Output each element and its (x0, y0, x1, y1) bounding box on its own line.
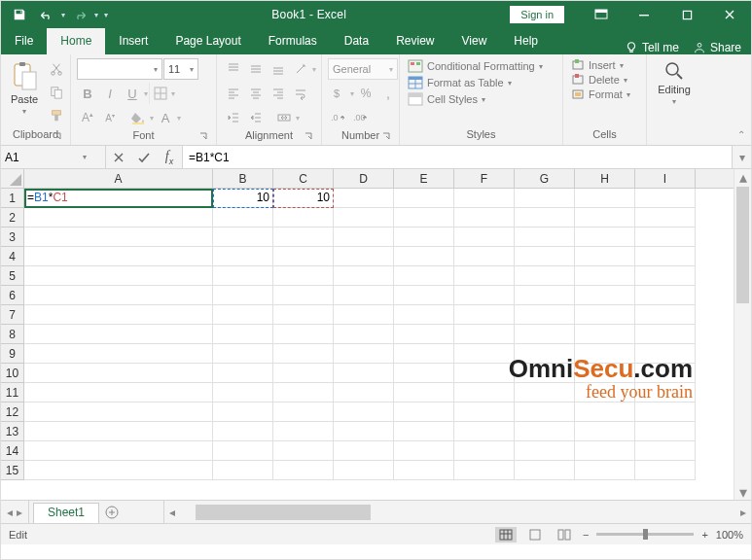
cell-E3[interactable] (394, 228, 454, 247)
font-color-icon[interactable]: A (155, 107, 176, 128)
undo-dropdown-icon[interactable]: ▾ (61, 11, 65, 19)
cell-D5[interactable] (334, 266, 394, 286)
fill-color-icon[interactable] (127, 107, 149, 128)
spreadsheet-grid[interactable]: ABCDEFGHI 123456789101112131415 =B1*C110… (1, 169, 751, 500)
cell-I15[interactable] (635, 461, 696, 480)
col-header-B[interactable]: B (213, 169, 273, 188)
tab-formulas[interactable]: Formulas (255, 28, 331, 54)
cell-C9[interactable] (273, 344, 334, 364)
tab-review[interactable]: Review (382, 28, 448, 54)
cell-D12[interactable] (334, 402, 394, 422)
cell-D15[interactable] (334, 461, 394, 480)
sheet-nav-prev-icon[interactable]: ◂ (7, 506, 13, 519)
cell-E10[interactable] (394, 364, 454, 383)
cell-E14[interactable] (394, 441, 454, 461)
cell-I13[interactable] (635, 422, 696, 441)
cell-F10[interactable] (454, 364, 515, 383)
sheet-tab-active[interactable]: Sheet1 (33, 503, 99, 523)
merge-center-icon[interactable] (273, 107, 295, 128)
cell-B11[interactable] (213, 383, 273, 402)
cell-H10[interactable] (575, 364, 635, 383)
cell-F11[interactable] (454, 383, 515, 402)
cell-H14[interactable] (575, 441, 635, 461)
close-button[interactable] (708, 1, 751, 28)
cell-C7[interactable] (273, 305, 334, 325)
cell-A8[interactable] (24, 325, 213, 344)
cell-C3[interactable] (273, 228, 334, 247)
clipboard-launcher-icon[interactable] (53, 131, 64, 143)
cell-F13[interactable] (454, 422, 515, 441)
cell-G10[interactable] (515, 364, 575, 383)
cell-I6[interactable] (635, 286, 696, 305)
row-header-10[interactable]: 10 (1, 364, 23, 383)
cell-F12[interactable] (454, 402, 515, 422)
cell-F3[interactable] (454, 228, 515, 247)
cell-A4[interactable] (24, 247, 213, 266)
cell-G15[interactable] (515, 461, 575, 480)
cell-H5[interactable] (575, 266, 635, 286)
format-cells-button[interactable]: Format▾ (569, 88, 632, 101)
cell-G6[interactable] (515, 286, 575, 305)
cell-B6[interactable] (213, 286, 273, 305)
vscroll-up-icon[interactable]: ▴ (734, 169, 751, 185)
cell-A1[interactable]: =B1*C1 (24, 189, 213, 208)
cell-I1[interactable] (635, 189, 696, 208)
hscroll-thumb[interactable] (196, 505, 371, 520)
cell-A9[interactable] (24, 344, 213, 364)
cell-G5[interactable] (515, 266, 575, 286)
formula-bar-input[interactable] (183, 146, 732, 168)
col-header-C[interactable]: C (273, 169, 334, 188)
cell-D3[interactable] (334, 228, 394, 247)
col-header-I[interactable]: I (635, 169, 696, 188)
cell-I5[interactable] (635, 266, 696, 286)
cell-H4[interactable] (575, 247, 635, 266)
cell-D4[interactable] (334, 247, 394, 266)
page-layout-view-icon[interactable] (524, 527, 546, 542)
cell-B15[interactable] (213, 461, 273, 480)
align-top-icon[interactable] (223, 58, 244, 80)
cell-I8[interactable] (635, 325, 696, 344)
cells-area[interactable]: =B1*C11010 (24, 189, 734, 500)
orientation-icon[interactable] (290, 58, 311, 80)
cell-F15[interactable] (454, 461, 515, 480)
cell-C1[interactable]: 10 (273, 189, 334, 208)
align-middle-icon[interactable] (245, 58, 267, 80)
select-all-corner[interactable] (1, 169, 24, 189)
cell-A3[interactable] (24, 228, 213, 247)
decrease-indent-icon[interactable] (223, 107, 244, 128)
zoom-slider[interactable] (596, 533, 694, 536)
underline-icon[interactable]: U (122, 83, 143, 104)
share-button[interactable]: Share (693, 41, 741, 54)
alignment-launcher-icon[interactable] (304, 131, 315, 143)
collapse-ribbon-icon[interactable]: ⌃ (737, 129, 745, 140)
font-size-select[interactable]: 11▾ (163, 58, 198, 80)
number-launcher-icon[interactable] (381, 131, 393, 143)
cell-H11[interactable] (575, 383, 635, 402)
cell-A14[interactable] (24, 441, 213, 461)
cell-I2[interactable] (635, 208, 696, 228)
cell-G3[interactable] (515, 228, 575, 247)
cell-E9[interactable] (394, 344, 454, 364)
bold-icon[interactable]: B (77, 83, 98, 104)
decrease-font-icon[interactable]: A▾ (99, 107, 121, 128)
cell-F9[interactable] (454, 344, 515, 364)
cell-C11[interactable] (273, 383, 334, 402)
row-header-8[interactable]: 8 (1, 325, 23, 344)
cell-H8[interactable] (575, 325, 635, 344)
enter-formula-icon[interactable] (131, 146, 157, 169)
borders-icon[interactable] (149, 83, 170, 104)
cell-I12[interactable] (635, 402, 696, 422)
insert-function-icon[interactable]: fx (157, 146, 182, 169)
cell-E2[interactable] (394, 208, 454, 228)
copy-icon[interactable] (46, 82, 67, 103)
zoom-out-icon[interactable]: − (583, 529, 589, 541)
format-as-table-button[interactable]: Format as Table▾ (406, 75, 545, 90)
cell-G1[interactable] (515, 189, 575, 208)
row-header-4[interactable]: 4 (1, 247, 23, 266)
tab-insert[interactable]: Insert (105, 28, 161, 54)
delete-cells-button[interactable]: Delete▾ (569, 73, 632, 87)
minimize-button[interactable] (623, 1, 665, 28)
format-painter-icon[interactable] (46, 105, 67, 126)
horizontal-scrollbar[interactable]: ◂ ▸ (163, 501, 751, 523)
cell-A2[interactable] (24, 208, 213, 228)
